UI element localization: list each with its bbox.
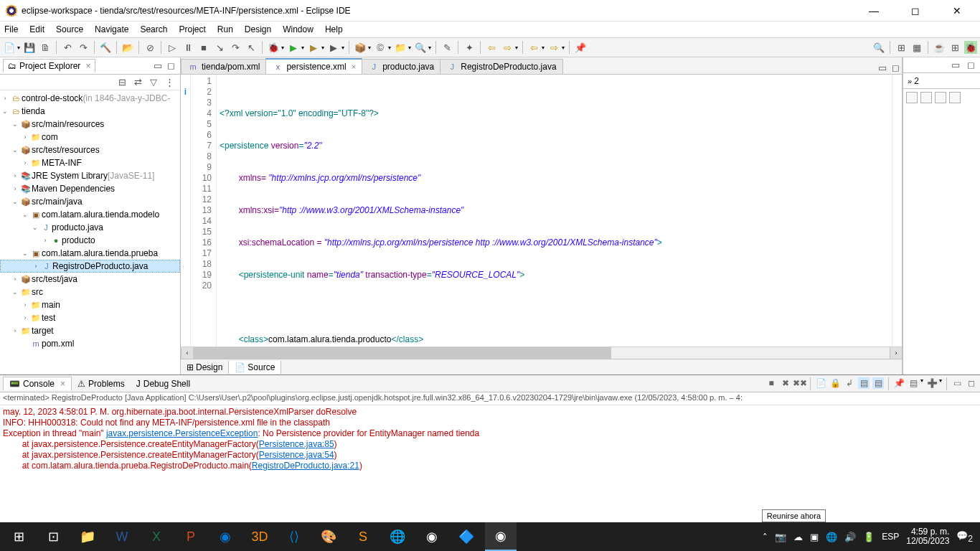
search-global-icon[interactable]: 🔍 <box>872 41 885 54</box>
java-perspective-icon[interactable]: ☕ <box>933 41 946 54</box>
maximize-editor-icon[interactable]: ◻ <box>889 61 902 74</box>
minimize-button[interactable]: — <box>859 5 888 17</box>
maximize-view-icon[interactable]: ◻ <box>964 59 977 72</box>
view-menu-icon[interactable]: ⋮ <box>163 76 176 89</box>
save-all-icon[interactable]: 🗎 <box>39 41 52 54</box>
outline-mini-icon[interactable] <box>949 92 961 103</box>
terminate-icon[interactable]: ■ <box>765 377 777 389</box>
step-return-icon[interactable]: ↖ <box>245 41 258 54</box>
language-indicator[interactable]: ESP <box>882 532 899 542</box>
word-wrap-icon[interactable]: ↲ <box>844 377 855 389</box>
back-icon[interactable]: ⇦ <box>485 41 498 54</box>
notifications-icon[interactable]: 💬2 <box>956 530 973 544</box>
new-java-icon[interactable]: 📦 <box>354 41 367 54</box>
start-button[interactable]: ⊞ <box>3 522 34 551</box>
search-icon[interactable]: 🔍 <box>414 41 427 54</box>
run-icon[interactable]: ▶ <box>287 41 300 54</box>
link-editor-icon[interactable]: ⇄ <box>131 76 144 89</box>
menu-navigate[interactable]: Navigate <box>95 24 128 34</box>
next-edit-icon[interactable]: ⇨ <box>547 41 560 54</box>
menu-help[interactable]: Help <box>325 24 343 34</box>
debug-icon[interactable]: 🐞 <box>267 41 280 54</box>
step-into-icon[interactable]: ↘ <box>213 41 226 54</box>
scroll-lock-icon[interactable]: 🔒 <box>829 377 841 389</box>
show-stdout-icon[interactable]: ▤ <box>858 377 870 389</box>
eclipse-active-icon[interactable]: ◉ <box>485 522 517 551</box>
menu-file[interactable]: File <box>4 24 18 34</box>
maximize-button[interactable]: ◻ <box>901 5 930 17</box>
close-button[interactable]: ✕ <box>943 5 971 17</box>
menu-edit[interactable]: Edit <box>29 24 44 34</box>
run-last-icon[interactable]: ▶ <box>327 41 340 54</box>
terminate-icon[interactable]: ■ <box>197 41 210 54</box>
edge-icon[interactable]: ◉ <box>209 522 241 551</box>
show-hidden-icon[interactable]: ˄ <box>763 532 768 542</box>
network-icon[interactable]: 🌐 <box>826 532 837 542</box>
java-browsing-icon[interactable]: ⊞ <box>948 41 961 54</box>
clock[interactable]: 4:59 p. m. 12/05/2023 <box>906 527 949 546</box>
show-stderr-icon[interactable]: ▤ <box>872 377 884 389</box>
show-in-icon[interactable]: ⊞ <box>895 41 908 54</box>
sublime-icon[interactable]: S <box>347 522 379 551</box>
file-explorer-icon[interactable]: 📁 <box>72 522 103 551</box>
overview-ruler[interactable] <box>892 75 902 347</box>
menu-search[interactable]: Search <box>140 24 167 34</box>
tab-producto[interactable]: Jproducto.java <box>362 59 440 74</box>
collapse-all-icon[interactable]: ⊟ <box>116 76 128 89</box>
minimize-view-icon[interactable]: ▭ <box>951 377 963 389</box>
battery-icon[interactable]: 🔋 <box>863 532 875 542</box>
open-perspective-icon[interactable]: ▦ <box>910 41 923 54</box>
code-area[interactable]: <?xml version="1.0" encoding="UTF-8"?> <… <box>217 75 892 347</box>
excel-icon[interactable]: X <box>141 522 172 551</box>
filter-icon[interactable]: ▽ <box>147 76 160 89</box>
tab-registro[interactable]: JRegistroDeProducto.java <box>440 59 562 74</box>
coverage-icon[interactable]: ▶ <box>307 41 320 54</box>
vscode-icon[interactable]: ⟨⟩ <box>278 522 310 551</box>
volume-icon[interactable]: 🔊 <box>844 532 856 542</box>
source-tab[interactable]: 📄Source <box>229 361 281 374</box>
menu-run[interactable]: Run <box>217 24 233 34</box>
pin-console-icon[interactable]: 📌 <box>893 377 905 389</box>
save-icon[interactable]: 💾 <box>23 41 36 54</box>
project-explorer-tab[interactable]: 🗂 Project Explorer × <box>3 59 95 72</box>
design-tab[interactable]: ⊞Design <box>181 361 229 374</box>
paint3d-icon[interactable]: 3D <box>244 522 275 551</box>
menu-window[interactable]: Window <box>283 24 314 34</box>
word-icon[interactable]: W <box>106 522 138 551</box>
toggle-mark-icon[interactable]: ✦ <box>463 41 476 54</box>
new-icon[interactable]: 📄 <box>3 41 16 54</box>
undo-icon[interactable]: ↶ <box>61 41 74 54</box>
open-type-icon[interactable]: 📂 <box>121 41 134 54</box>
suspend-icon[interactable]: ⏸ <box>182 41 194 54</box>
clear-console-icon[interactable]: 📄 <box>815 377 826 389</box>
close-icon[interactable]: × <box>60 379 65 389</box>
tab-pom[interactable]: mtienda/pom.xml <box>181 59 266 74</box>
outline-mini-icon[interactable] <box>920 92 932 103</box>
console-tab[interactable]: 📟Console× <box>3 377 72 390</box>
pin-icon[interactable]: 📌 <box>574 41 587 54</box>
task-view-icon[interactable]: ⊡ <box>37 522 69 551</box>
maximize-view-icon[interactable]: ◻ <box>164 60 177 72</box>
outline-mini-icon[interactable] <box>935 92 946 103</box>
tray-app-icon[interactable]: ▣ <box>810 532 819 542</box>
app-icon[interactable]: 🔷 <box>451 522 482 551</box>
annotations-icon[interactable]: ✎ <box>440 41 453 54</box>
code-editor[interactable]: i 1234567891011121314151617181920 <?xml … <box>181 75 902 347</box>
skip-breakpoints-icon[interactable]: ⊘ <box>143 41 156 54</box>
chrome-icon[interactable]: 🌐 <box>382 522 413 551</box>
outline-mini-icon[interactable] <box>906 92 918 103</box>
tab-persistence[interactable]: xpersistence.xml× <box>265 58 362 74</box>
remove-all-icon[interactable]: ✖✖ <box>794 377 806 389</box>
new-class-icon[interactable]: © <box>374 41 387 54</box>
forward-icon[interactable]: ⇨ <box>501 41 514 54</box>
prev-edit-icon[interactable]: ⇦ <box>527 41 540 54</box>
menu-source[interactable]: Source <box>56 24 83 34</box>
outline-tab[interactable]: »2 <box>903 73 980 89</box>
minimize-view-icon[interactable]: ▭ <box>151 60 164 72</box>
resume-icon[interactable]: ▷ <box>166 41 179 54</box>
project-tree[interactable]: ›🗁control-de-stock (in 1846-Java-y-JDBC-… <box>0 90 180 375</box>
display-selected-icon[interactable]: ▤ <box>908 377 919 389</box>
open-task-icon[interactable]: 📁 <box>394 41 407 54</box>
remove-launch-icon[interactable]: ✖ <box>780 377 791 389</box>
eclipse-task-icon[interactable]: ◉ <box>416 522 448 551</box>
